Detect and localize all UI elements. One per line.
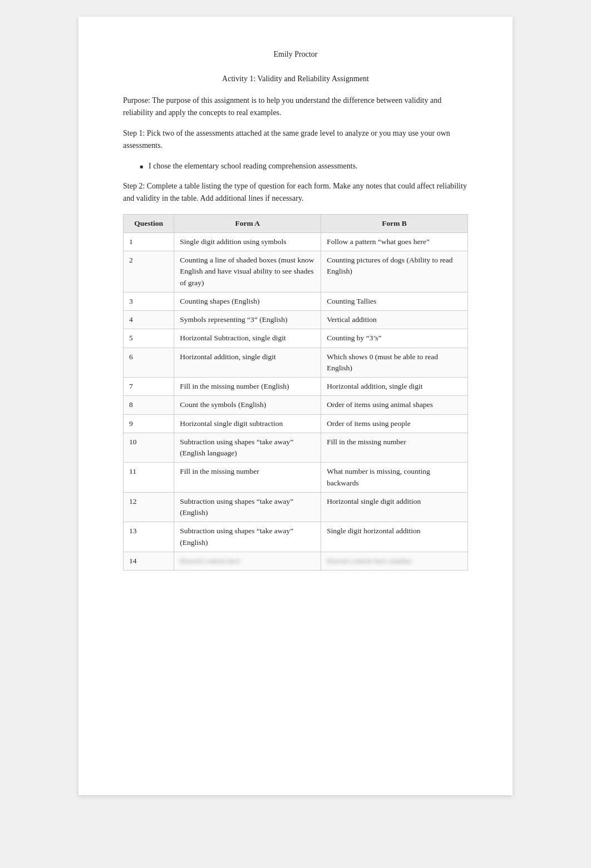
cell-formB: Vertical addition	[321, 311, 468, 329]
cell-formB: Order of items using animal shapes	[321, 396, 468, 414]
cell-formA: blurred content here	[174, 552, 321, 570]
cell-question: 11	[124, 463, 174, 493]
table-row: 2Counting a line of shaded boxes (must k…	[124, 251, 468, 292]
cell-formA: Counting a line of shaded boxes (must kn…	[174, 251, 321, 292]
table-row: 13Subtraction using shapes “take away” (…	[124, 522, 468, 552]
table-row: 12Subtraction using shapes “take away” (…	[124, 492, 468, 522]
table-row: 11Fill in the missing numberWhat number …	[124, 463, 468, 493]
cell-formA: Subtraction using shapes “take away” (En…	[174, 492, 321, 522]
cell-question: 14	[124, 552, 174, 570]
cell-formB: Horizontal single digit addition	[321, 492, 468, 522]
cell-formB: What number is missing, counting backwar…	[321, 463, 468, 493]
table-row: 7Fill in the missing number (English)Hor…	[124, 378, 468, 396]
cell-formA: Subtraction using shapes “take away” (En…	[174, 522, 321, 552]
step2-paragraph: Step 2: Complete a table listing the typ…	[123, 180, 468, 205]
cell-formA: Single digit addition using symbols	[174, 232, 321, 251]
table-row: 8Count the symbols (English)Order of ite…	[124, 396, 468, 414]
cell-question: 10	[124, 433, 174, 463]
table-row: 3Counting shapes (English)Counting Talli…	[124, 292, 468, 310]
table-row: 6Horizontal addition, single digitWhich …	[124, 348, 468, 378]
cell-formA: Horizontal single digit subtraction	[174, 414, 321, 433]
cell-question: 5	[124, 329, 174, 348]
cell-formA: Fill in the missing number	[174, 463, 321, 493]
cell-question: 7	[124, 378, 174, 396]
cell-formA: Subtraction using shapes “take away” (En…	[174, 433, 321, 463]
table-header-row: Question Form A Form B	[124, 214, 468, 232]
col-formB: Form B	[321, 214, 468, 232]
activity-title: Activity 1: Validity and Reliability Ass…	[123, 75, 468, 83]
cell-formB: Counting Tallies	[321, 292, 468, 310]
cell-formB: Counting by “3’s”	[321, 329, 468, 348]
cell-formB: Horizontal addition, single digit	[321, 378, 468, 396]
assessment-table: Question Form A Form B 1Single digit add…	[123, 214, 468, 571]
step1-paragraph: Step 1: Pick two of the assessments atta…	[123, 127, 468, 152]
table-row: 4Symbols representing “3” (English)Verti…	[124, 311, 468, 329]
cell-formB: Which shows 0 (must be able to read Engl…	[321, 348, 468, 378]
cell-formA: Symbols representing “3” (English)	[174, 311, 321, 329]
table-row: 9Horizontal single digit subtractionOrde…	[124, 414, 468, 433]
table-row: 10Subtraction using shapes “take away” (…	[124, 433, 468, 463]
cell-formA: Counting shapes (English)	[174, 292, 321, 310]
cell-question: 8	[124, 396, 174, 414]
bullet-text: I chose the elementary school reading co…	[149, 160, 358, 172]
cell-formA: Count the symbols (English)	[174, 396, 321, 414]
cell-formA: Horizontal Subtraction, single digit	[174, 329, 321, 348]
cell-question: 3	[124, 292, 174, 310]
col-formA: Form A	[174, 214, 321, 232]
bullet-icon: ■	[140, 162, 143, 171]
bullet-item: ■ I chose the elementary school reading …	[140, 160, 468, 172]
table-row: 14blurred content hereblurred content he…	[124, 552, 468, 570]
cell-question: 6	[124, 348, 174, 378]
cell-question: 12	[124, 492, 174, 522]
col-question: Question	[124, 214, 174, 232]
table-row: 5Horizontal Subtraction, single digitCou…	[124, 329, 468, 348]
page: Emily Proctor Activity 1: Validity and R…	[78, 17, 513, 795]
author-name: Emily Proctor	[123, 50, 468, 59]
purpose-paragraph: Purpose: The purpose of this assignment …	[123, 95, 468, 120]
cell-question: 2	[124, 251, 174, 292]
cell-formB: blurred content here number	[321, 552, 468, 570]
cell-formA: Horizontal addition, single digit	[174, 348, 321, 378]
cell-question: 4	[124, 311, 174, 329]
cell-question: 1	[124, 232, 174, 251]
cell-formB: Order of items using people	[321, 414, 468, 433]
cell-formA: Fill in the missing number (English)	[174, 378, 321, 396]
cell-formB: Counting pictures of dogs (Ability to re…	[321, 251, 468, 292]
cell-question: 9	[124, 414, 174, 433]
cell-question: 13	[124, 522, 174, 552]
cell-formB: Follow a pattern “what goes here”	[321, 232, 468, 251]
cell-formB: Fill in the missing number	[321, 433, 468, 463]
table-row: 1Single digit addition using symbolsFoll…	[124, 232, 468, 251]
cell-formB: Single digit horizontal addition	[321, 522, 468, 552]
